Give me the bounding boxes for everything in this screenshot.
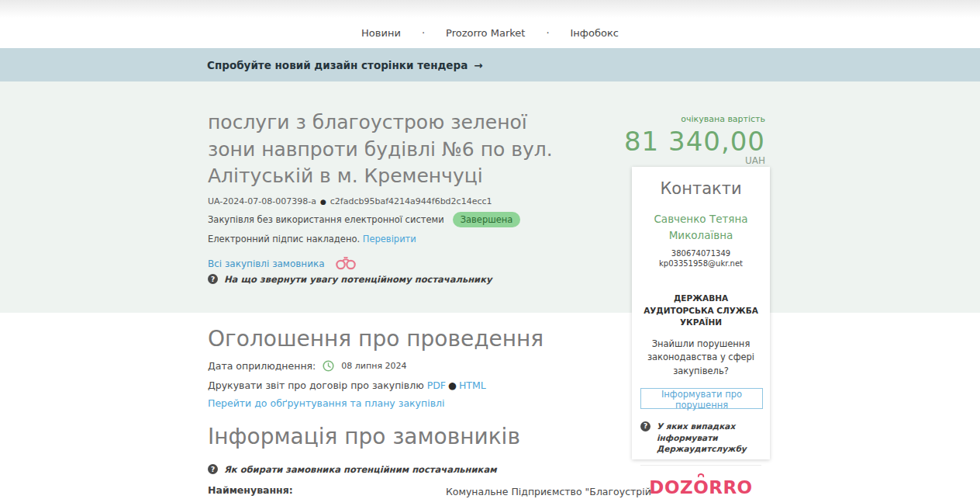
buyers-hint-label: Як обирати замовника потенційним постача…	[224, 463, 497, 476]
contact-person-name: Савченко Тетяна Миколаївна	[640, 211, 761, 244]
binoculars-icon[interactable]	[334, 257, 357, 270]
supplier-hint-label: На що звернути увагу потенційному постач…	[224, 273, 492, 286]
question-icon: ?	[208, 464, 218, 474]
expected-value-amount: 81 340,00	[624, 126, 765, 157]
top-navigation: Новини · Prozorro Market · Інфобокс	[0, 18, 980, 48]
audit-question: Знайшли порушення законодавства у сфері …	[640, 338, 761, 378]
new-design-link-label: Спробуйте новий дизайн сторінки тендера	[207, 59, 468, 71]
bullet-separator: ●	[448, 379, 457, 391]
arrow-right-icon: →	[474, 59, 482, 71]
signature-text: Електронний підпис накладено.	[208, 234, 360, 244]
nav-item-news[interactable]: Новини	[340, 27, 422, 39]
report-hint-link[interactable]: ? У яких випадках інформувати Держаудитс…	[640, 421, 761, 455]
all-purchases-line: Всі закупівлі замовника	[208, 257, 357, 270]
top-strip	[0, 0, 980, 18]
publish-date-label: Дата оприлюднення:	[208, 360, 316, 372]
question-icon: ?	[640, 421, 650, 431]
publish-date-row: Дата оприлюднення: 08 липня 2024	[208, 360, 407, 372]
procedure-type: Закупівля без використання електронної с…	[208, 214, 444, 225]
procedure-status-line: Закупівля без використання електронної с…	[208, 212, 520, 227]
buyers-heading: Інформація про замовників	[208, 424, 520, 449]
print-pdf-link[interactable]: PDF	[427, 379, 446, 391]
contacts-heading: Контакти	[640, 179, 761, 198]
supplier-hint-link[interactable]: ? На що звернути увагу потенційному пост…	[208, 273, 492, 286]
expected-value-block: очікувана вартість 81 340,00 UAH	[624, 114, 765, 166]
clock-icon	[323, 360, 334, 372]
plan-link-row: Перейти до обґрунтування та плану закупі…	[208, 397, 444, 409]
tender-page: Новини · Prozorro Market · Інфобокс Спро…	[0, 0, 980, 499]
report-violation-button[interactable]: Інформувати про порушення	[640, 388, 763, 409]
status-badge: Завершена	[453, 212, 521, 227]
nav-item-prozorro-market[interactable]: Prozorro Market	[425, 27, 546, 39]
expected-value-currency: UAH	[624, 155, 765, 166]
question-icon: ?	[208, 274, 218, 284]
tender-id: UA-2024-07-08-007398-a	[208, 196, 316, 206]
report-hint-label: У яких випадках інформувати Держаудитслу…	[657, 421, 761, 455]
publish-date-value: 08 липня 2024	[341, 361, 406, 371]
contacts-card: Контакти Савченко Тетяна Миколаївна 3806…	[632, 167, 770, 459]
bullet-separator: ●	[320, 198, 326, 206]
announcement-heading: Оголошення про проведення	[208, 326, 543, 352]
verify-signature-link[interactable]: Перевірити	[363, 234, 416, 244]
tender-hash: c2fadcb95baf4214a944f6bd2c14ecc1	[330, 196, 492, 206]
dozorro-binoculars-knob-icon	[698, 473, 705, 477]
expected-value-label: очікувана вартість	[624, 114, 765, 124]
buyer-name-row: Найменування: Комунальне Підприємство "Б…	[208, 484, 675, 499]
print-report-row: Друкувати звіт про договір про закупівлю…	[208, 379, 486, 391]
tender-title: послуги з благоустрою зеленої зони навпр…	[208, 109, 555, 190]
tender-id-line: UA-2024-07-08-007398-a●c2fadcb95baf4214a…	[208, 196, 492, 206]
print-report-label: Друкувати звіт про договір про закупівлю	[208, 379, 424, 391]
signature-line: Електронний підпис накладено. Перевірити	[208, 234, 416, 244]
buyer-name-label: Найменування:	[208, 484, 446, 499]
new-design-banner: Спробуйте новий дизайн сторінки тендера→	[0, 48, 980, 81]
plan-justification-link[interactable]: Перейти до обґрунтування та плану закупі…	[208, 397, 444, 409]
audit-service-title: ДЕРЖАВНА АУДИТОРСЬКА СЛУЖБА УКРАЇНИ	[640, 293, 761, 329]
contact-email: kp03351958@ukr.net	[640, 259, 761, 268]
print-html-link[interactable]: HTML	[459, 379, 486, 391]
nav-item-infobox[interactable]: Інфобокс	[550, 27, 640, 39]
buyer-name-value: Комунальне Підприємство "Благоустрій Кре…	[446, 484, 675, 499]
all-purchases-link[interactable]: Всі закупівлі замовника	[208, 258, 325, 269]
new-design-link[interactable]: Спробуйте новий дизайн сторінки тендера→	[207, 59, 483, 71]
buyers-hint-link[interactable]: ? Як обирати замовника потенційним поста…	[208, 463, 497, 476]
card-divider	[640, 465, 761, 466]
contact-phone: 380674071349	[640, 249, 761, 258]
